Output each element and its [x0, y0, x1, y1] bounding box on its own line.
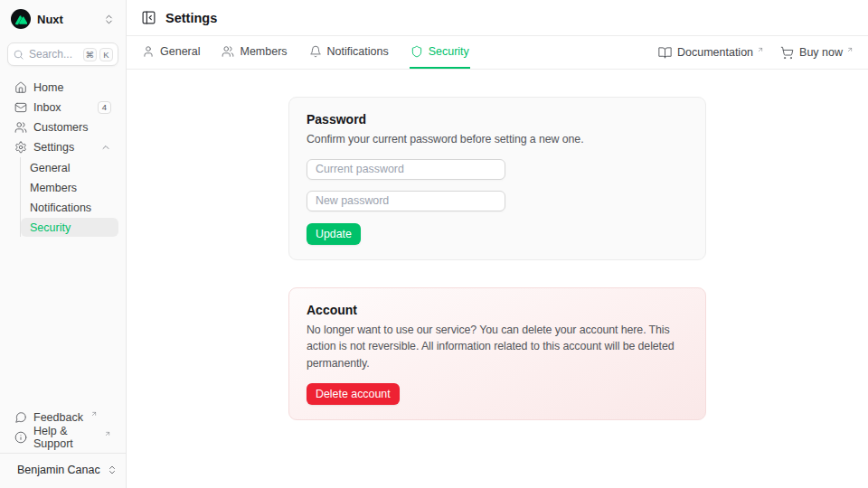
sidebar-item-settings[interactable]: Settings [7, 137, 118, 156]
sidebar-item-security[interactable]: Security [21, 218, 118, 237]
sidebar-item-label: Feedback [33, 411, 83, 424]
sub-item-label: Members [30, 182, 77, 194]
tab-label: General [160, 45, 200, 58]
current-password-field[interactable] [307, 159, 505, 180]
users-icon [14, 121, 27, 134]
shield-icon [410, 45, 423, 58]
sidebar-item-home[interactable]: Home [7, 78, 118, 97]
sidebar-item-label: Help & Support [33, 425, 97, 450]
home-icon [14, 81, 27, 94]
password-card: Password Confirm your current password b… [288, 97, 706, 260]
tab-security[interactable]: Security [410, 36, 470, 69]
inbox-icon [14, 101, 27, 114]
account-card: Account No longer want to use our servic… [288, 287, 706, 421]
password-card-title: Password [307, 112, 688, 127]
chevrons-up-down-icon [103, 14, 115, 25]
search-icon [13, 49, 24, 61]
tab-notifications[interactable]: Notifications [308, 36, 390, 69]
main-panel: Settings General Members Notifications S… [127, 0, 868, 488]
sidebar-item-members[interactable]: Members [21, 178, 118, 197]
settings-subnav: General Members Notifications Security [20, 157, 118, 237]
tab-label: Members [240, 45, 287, 58]
page-header: Settings [127, 0, 868, 36]
nuxt-logo-icon [11, 9, 31, 29]
inbox-count-badge: 4 [98, 101, 111, 114]
workspace-switcher[interactable]: Nuxt [7, 7, 118, 31]
chat-bubble-icon [14, 411, 27, 424]
user-name: Benjamin Canac [17, 464, 100, 476]
sidebar-footer-nav: Feedback Help & Support [7, 408, 118, 446]
bell-icon [309, 45, 322, 58]
page-title: Settings [165, 11, 217, 25]
sidebar-toggle-icon[interactable] [141, 10, 156, 25]
info-circle-icon [14, 431, 27, 444]
link-label: Documentation [677, 46, 753, 59]
users-icon [222, 45, 234, 58]
password-card-description: Confirm your current password before set… [307, 131, 688, 148]
chevron-up-icon [100, 142, 111, 153]
external-link-icon [846, 46, 854, 53]
external-link-icon [104, 430, 111, 437]
user-icon [142, 45, 155, 58]
user-menu[interactable]: Benjamin Canac [7, 454, 118, 483]
settings-security-content: Password Confirm your current password b… [127, 70, 868, 488]
kbd-cmd: ⌘ [83, 48, 98, 61]
settings-tabbar: General Members Notifications Security D… [127, 36, 868, 70]
tab-label: Notifications [327, 45, 389, 58]
header-links: Documentation Buy now [658, 36, 854, 69]
sidebar-item-help-support[interactable]: Help & Support [7, 427, 118, 446]
sidebar-item-label: Inbox [33, 101, 61, 114]
sub-item-label: Notifications [30, 202, 91, 214]
sidebar-item-general[interactable]: General [21, 158, 118, 177]
sidebar-item-inbox[interactable]: Inbox 4 [7, 98, 118, 117]
external-link-icon [90, 410, 98, 418]
sidebar-item-notifications[interactable]: Notifications [21, 198, 118, 217]
link-label: Buy now [799, 46, 843, 59]
tab-general[interactable]: General [141, 36, 201, 69]
sidebar-nav: Home Inbox 4 Customers Settings General … [7, 78, 118, 237]
documentation-link[interactable]: Documentation [658, 46, 764, 60]
new-password-field[interactable] [307, 191, 505, 211]
sidebar: Nuxt Search... ⌘ K Home Inbox 4 Customer… [0, 0, 127, 488]
account-card-description: No longer want to use our service? You c… [307, 322, 688, 372]
workspace-name: Nuxt [37, 13, 63, 26]
sub-item-label: General [30, 162, 70, 174]
search-placeholder: Search... [29, 48, 72, 61]
book-open-icon [658, 46, 672, 60]
sidebar-item-label: Home [33, 81, 63, 94]
delete-account-button[interactable]: Delete account [307, 383, 400, 405]
chevrons-up-down-icon [107, 465, 118, 475]
tab-label: Security [429, 45, 469, 58]
gear-icon [14, 141, 27, 154]
shopping-cart-icon [780, 46, 794, 60]
external-link-icon [757, 46, 764, 53]
search-kbd-group: ⌘ K [83, 48, 114, 61]
search-input[interactable]: Search... ⌘ K [7, 42, 118, 66]
sidebar-item-label: Customers [33, 121, 88, 134]
buy-now-link[interactable]: Buy now [780, 46, 854, 60]
sub-item-label: Security [30, 221, 71, 234]
sidebar-item-customers[interactable]: Customers [7, 117, 118, 136]
account-card-title: Account [307, 303, 688, 317]
update-password-button[interactable]: Update [307, 223, 361, 245]
sidebar-spacer [7, 237, 118, 408]
sidebar-item-label: Settings [33, 141, 74, 154]
kbd-k: K [99, 48, 113, 61]
tab-members[interactable]: Members [221, 36, 288, 69]
